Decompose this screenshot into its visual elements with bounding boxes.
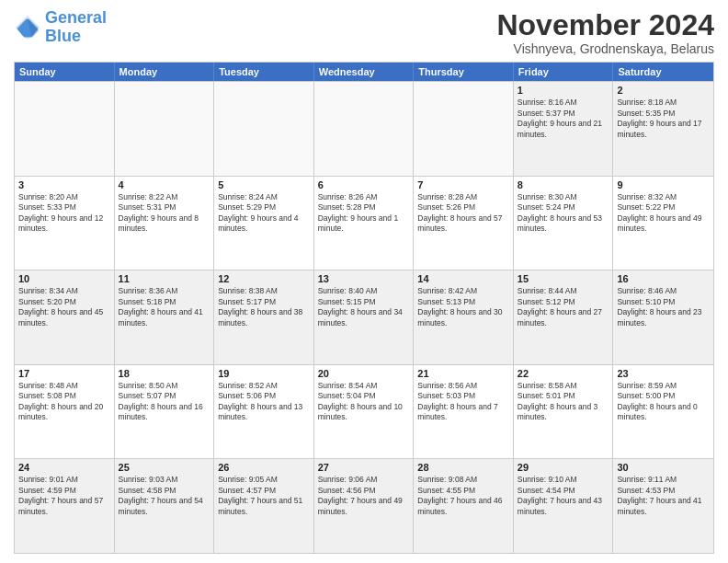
day-number: 15	[518, 273, 609, 284]
month-title: November 2024	[496, 9, 714, 41]
day-info: Sunrise: 8:28 AM Sunset: 5:26 PM Dayligh…	[417, 192, 509, 235]
day-number: 3	[18, 179, 110, 190]
calendar-cell: 26Sunrise: 9:05 AM Sunset: 4:57 PM Dayli…	[214, 459, 314, 553]
calendar-cell: 23Sunrise: 8:59 AM Sunset: 5:00 PM Dayli…	[613, 365, 713, 459]
calendar-cell: 20Sunrise: 8:54 AM Sunset: 5:04 PM Dayli…	[314, 365, 415, 459]
calendar-row: 17Sunrise: 8:48 AM Sunset: 5:08 PM Dayli…	[15, 364, 713, 459]
day-number: 17	[18, 368, 110, 379]
day-number: 12	[218, 273, 310, 284]
weekday-header: Sunday	[15, 63, 115, 81]
day-info: Sunrise: 8:36 AM Sunset: 5:18 PM Dayligh…	[119, 286, 210, 328]
calendar-cell: 11Sunrise: 8:36 AM Sunset: 5:18 PM Dayli…	[115, 270, 215, 364]
calendar-cell: 19Sunrise: 8:52 AM Sunset: 5:06 PM Dayli…	[214, 365, 314, 459]
day-info: Sunrise: 8:46 AM Sunset: 5:10 PM Dayligh…	[617, 286, 710, 328]
day-info: Sunrise: 9:03 AM Sunset: 4:58 PM Dayligh…	[119, 475, 210, 517]
day-number: 6	[318, 179, 410, 190]
day-number: 16	[617, 273, 710, 284]
day-number: 4	[119, 179, 210, 190]
day-number: 14	[417, 273, 509, 284]
location-subtitle: Vishnyeva, Grodnenskaya, Belarus	[496, 41, 714, 56]
day-number: 7	[417, 179, 509, 190]
calendar-page: General Blue November 2024 Vishnyeva, Gr…	[0, 0, 728, 563]
day-info: Sunrise: 8:34 AM Sunset: 5:20 PM Dayligh…	[18, 286, 110, 328]
calendar-cell	[115, 82, 215, 176]
calendar-cell: 28Sunrise: 9:08 AM Sunset: 4:55 PM Dayli…	[414, 459, 514, 553]
calendar-cell: 10Sunrise: 8:34 AM Sunset: 5:20 PM Dayli…	[15, 270, 115, 364]
calendar-body: 1Sunrise: 8:16 AM Sunset: 5:37 PM Daylig…	[15, 81, 713, 553]
day-number: 19	[218, 368, 310, 379]
calendar-cell: 17Sunrise: 8:48 AM Sunset: 5:08 PM Dayli…	[15, 365, 115, 459]
calendar-cell: 2Sunrise: 8:18 AM Sunset: 5:35 PM Daylig…	[613, 82, 713, 176]
day-info: Sunrise: 9:01 AM Sunset: 4:59 PM Dayligh…	[18, 475, 110, 517]
title-block: November 2024 Vishnyeva, Grodnenskaya, B…	[496, 9, 714, 56]
day-number: 1	[518, 85, 609, 96]
day-info: Sunrise: 9:08 AM Sunset: 4:55 PM Dayligh…	[417, 475, 509, 517]
weekday-header: Thursday	[414, 63, 514, 81]
day-info: Sunrise: 8:22 AM Sunset: 5:31 PM Dayligh…	[119, 192, 210, 235]
day-info: Sunrise: 8:30 AM Sunset: 5:24 PM Dayligh…	[518, 192, 609, 235]
day-info: Sunrise: 8:38 AM Sunset: 5:17 PM Dayligh…	[218, 286, 310, 328]
day-number: 27	[318, 462, 410, 473]
logo-blue: Blue	[45, 27, 81, 45]
day-number: 13	[318, 273, 410, 284]
calendar: SundayMondayTuesdayWednesdayThursdayFrid…	[14, 62, 714, 554]
calendar-cell: 21Sunrise: 8:56 AM Sunset: 5:03 PM Dayli…	[414, 365, 514, 459]
calendar-cell: 18Sunrise: 8:50 AM Sunset: 5:07 PM Dayli…	[115, 365, 215, 459]
day-info: Sunrise: 8:26 AM Sunset: 5:28 PM Dayligh…	[318, 192, 410, 235]
calendar-cell: 7Sunrise: 8:28 AM Sunset: 5:26 PM Daylig…	[414, 177, 514, 270]
day-number: 21	[417, 368, 509, 379]
calendar-row: 10Sunrise: 8:34 AM Sunset: 5:20 PM Dayli…	[15, 270, 713, 364]
calendar-cell: 6Sunrise: 8:26 AM Sunset: 5:28 PM Daylig…	[314, 177, 415, 270]
calendar-row: 1Sunrise: 8:16 AM Sunset: 5:37 PM Daylig…	[15, 81, 713, 176]
calendar-cell: 5Sunrise: 8:24 AM Sunset: 5:29 PM Daylig…	[214, 177, 314, 270]
day-info: Sunrise: 9:11 AM Sunset: 4:53 PM Dayligh…	[617, 475, 710, 517]
logo-icon	[14, 14, 41, 41]
calendar-cell: 16Sunrise: 8:46 AM Sunset: 5:10 PM Dayli…	[613, 270, 713, 364]
weekday-header: Tuesday	[214, 63, 314, 81]
calendar-row: 3Sunrise: 8:20 AM Sunset: 5:33 PM Daylig…	[15, 176, 713, 270]
day-info: Sunrise: 8:24 AM Sunset: 5:29 PM Dayligh…	[218, 192, 310, 235]
day-info: Sunrise: 8:32 AM Sunset: 5:22 PM Dayligh…	[617, 192, 710, 235]
calendar-cell: 22Sunrise: 8:58 AM Sunset: 5:01 PM Dayli…	[514, 365, 614, 459]
logo-general: General	[45, 8, 107, 27]
calendar-cell: 27Sunrise: 9:06 AM Sunset: 4:56 PM Dayli…	[314, 459, 415, 553]
calendar-cell: 24Sunrise: 9:01 AM Sunset: 4:59 PM Dayli…	[15, 459, 115, 553]
day-info: Sunrise: 8:48 AM Sunset: 5:08 PM Dayligh…	[18, 381, 110, 423]
calendar-cell: 15Sunrise: 8:44 AM Sunset: 5:12 PM Dayli…	[514, 270, 614, 364]
day-number: 28	[417, 462, 509, 473]
day-info: Sunrise: 9:10 AM Sunset: 4:54 PM Dayligh…	[518, 475, 609, 517]
day-info: Sunrise: 8:58 AM Sunset: 5:01 PM Dayligh…	[518, 381, 609, 423]
day-number: 8	[518, 179, 609, 190]
calendar-cell: 30Sunrise: 9:11 AM Sunset: 4:53 PM Dayli…	[613, 459, 713, 553]
day-info: Sunrise: 8:56 AM Sunset: 5:03 PM Dayligh…	[417, 381, 509, 423]
logo: General Blue	[14, 9, 107, 46]
calendar-cell	[15, 82, 115, 176]
day-number: 2	[617, 85, 710, 96]
day-number: 22	[518, 368, 609, 379]
calendar-cell: 3Sunrise: 8:20 AM Sunset: 5:33 PM Daylig…	[15, 177, 115, 270]
day-number: 30	[617, 462, 710, 473]
calendar-cell: 4Sunrise: 8:22 AM Sunset: 5:31 PM Daylig…	[115, 177, 215, 270]
day-number: 26	[218, 462, 310, 473]
weekday-header: Saturday	[613, 63, 713, 81]
calendar-cell: 29Sunrise: 9:10 AM Sunset: 4:54 PM Dayli…	[514, 459, 614, 553]
day-info: Sunrise: 8:42 AM Sunset: 5:13 PM Dayligh…	[417, 286, 509, 328]
day-info: Sunrise: 8:18 AM Sunset: 5:35 PM Dayligh…	[617, 98, 710, 140]
day-info: Sunrise: 8:59 AM Sunset: 5:00 PM Dayligh…	[617, 381, 710, 423]
calendar-header: SundayMondayTuesdayWednesdayThursdayFrid…	[15, 63, 713, 81]
calendar-cell	[414, 82, 514, 176]
day-info: Sunrise: 8:44 AM Sunset: 5:12 PM Dayligh…	[518, 286, 609, 328]
weekday-header: Wednesday	[314, 63, 415, 81]
calendar-cell: 8Sunrise: 8:30 AM Sunset: 5:24 PM Daylig…	[514, 177, 614, 270]
weekday-header: Monday	[115, 63, 215, 81]
calendar-row: 24Sunrise: 9:01 AM Sunset: 4:59 PM Dayli…	[15, 458, 713, 553]
calendar-cell	[214, 82, 314, 176]
day-info: Sunrise: 8:40 AM Sunset: 5:15 PM Dayligh…	[318, 286, 410, 328]
day-info: Sunrise: 9:06 AM Sunset: 4:56 PM Dayligh…	[318, 475, 410, 517]
calendar-cell: 9Sunrise: 8:32 AM Sunset: 5:22 PM Daylig…	[613, 177, 713, 270]
day-number: 9	[617, 179, 710, 190]
day-number: 24	[18, 462, 110, 473]
header: General Blue November 2024 Vishnyeva, Gr…	[14, 9, 714, 56]
day-number: 11	[119, 273, 210, 284]
day-number: 20	[318, 368, 410, 379]
